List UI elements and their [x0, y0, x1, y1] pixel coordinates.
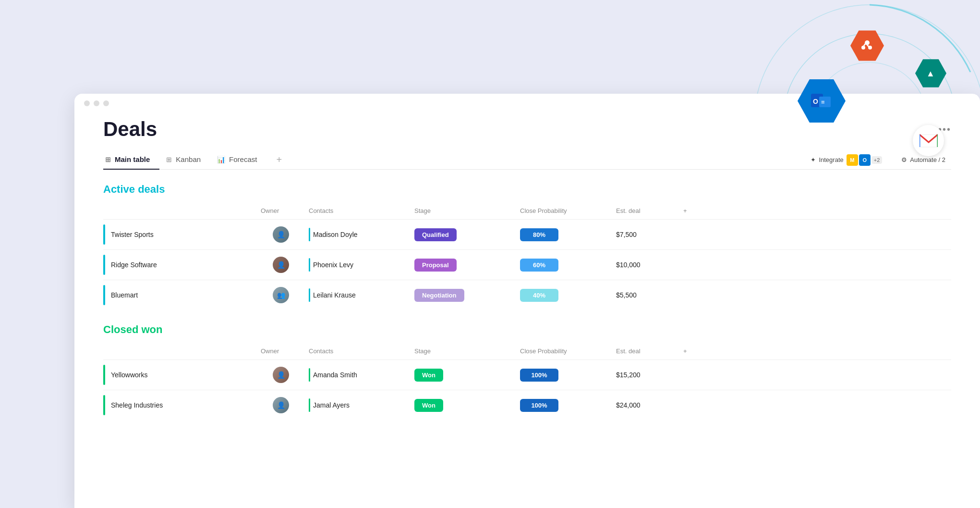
contact-name: Madison Doyle [313, 231, 358, 238]
owner-cell: 👤 [257, 252, 305, 278]
window-chrome [74, 94, 980, 113]
probability-badge: 100% [520, 369, 558, 382]
integrate-button[interactable]: ✦ Integrate M O +2 [805, 151, 888, 169]
table-row[interactable]: Bluemart 👥 Leilani Krause Negotiation 40… [103, 280, 951, 310]
contact-bar [309, 368, 310, 382]
owner-cell: 👥 [257, 282, 305, 308]
deal-col-header: Est. deal [612, 205, 679, 216]
group-bar [103, 224, 105, 245]
contact-bar [309, 288, 310, 302]
row-add-button[interactable] [679, 260, 703, 270]
tab-forecast[interactable]: 📊 Forecast [215, 150, 266, 169]
automate-icon: ⚙ [901, 156, 907, 163]
monday-badge: M [847, 154, 858, 166]
row-add-button[interactable] [679, 400, 703, 410]
stage-col-header: Stage [411, 205, 516, 216]
group-bar [103, 285, 105, 305]
stage-badge: Won [414, 369, 443, 382]
row-add-button[interactable] [679, 290, 703, 300]
company-name: Bluemart [111, 291, 138, 299]
contact-cell: Amanda Smith [305, 363, 411, 386]
row-add-button[interactable] [679, 230, 703, 239]
active-deals-header: Owner Contacts Stage Close Probability E… [103, 202, 951, 220]
stage-badge: Qualified [414, 228, 457, 241]
company-name: Yellowworks [111, 371, 148, 379]
contact-name: Amanda Smith [313, 371, 357, 379]
company-name: Ridge Software [111, 261, 157, 269]
deal-col-header2: Est. deal [612, 346, 679, 357]
closed-won-section: Closed won Owner Contacts Stage Close Pr… [103, 323, 951, 420]
table-row[interactable]: Ridge Software 👤 Phoenix Levy Proposal 6… [103, 250, 951, 280]
avatar: 👥 [273, 287, 289, 303]
table-row[interactable]: Yellowworks 👤 Amanda Smith Won 100% [103, 360, 951, 390]
closed-won-table: Owner Contacts Stage Close Probability E… [103, 343, 951, 420]
contacts-col-header2: Contacts [305, 346, 411, 357]
more-integrations-badge: +2 [871, 156, 883, 164]
tab-add-button[interactable]: + [271, 150, 287, 169]
stage-cell: Proposal [411, 254, 516, 276]
contact-name: Jamal Ayers [313, 401, 350, 409]
stage-col-header2: Stage [411, 346, 516, 357]
owner-cell: 👤 [257, 392, 305, 418]
owner-col-header: Owner [257, 205, 305, 216]
stage-badge: Proposal [414, 259, 457, 272]
avatar: 👤 [273, 226, 289, 243]
integration-badges: M O +2 [847, 154, 883, 166]
active-deals-table: Owner Contacts Stage Close Probability E… [103, 202, 951, 310]
deal-cell: $7,500 [612, 226, 679, 243]
avatar: 👤 [273, 367, 289, 383]
owner-cell: 👤 [257, 362, 305, 388]
integrate-icon: ✦ [811, 156, 816, 163]
add-col-header2: + [679, 346, 703, 357]
row-add-button[interactable] [679, 370, 703, 380]
contact-bar [309, 258, 310, 272]
deal-cell: $24,000 [612, 396, 679, 414]
closed-won-header: Owner Contacts Stage Close Probability E… [103, 343, 951, 360]
group-bar [103, 255, 105, 275]
more-options-button[interactable]: ••• [938, 124, 951, 135]
company-name: Sheleg Industries [111, 401, 163, 409]
kanban-icon: ⊞ [166, 156, 172, 163]
prob-col-header2: Close Probability [516, 346, 612, 357]
group-bar [103, 395, 105, 415]
prob-col-header: Close Probability [516, 205, 612, 216]
probability-cell: 80% [516, 223, 612, 246]
automate-button[interactable]: ⚙ Automate / 2 [895, 153, 951, 166]
company-cell: Yellowworks [103, 360, 257, 390]
stage-cell: Won [411, 364, 516, 386]
dot-red [84, 100, 90, 106]
group-bar [103, 365, 105, 385]
contact-cell: Jamal Ayers [305, 394, 411, 417]
deal-cell: $10,000 [612, 256, 679, 273]
active-deals-title: Active deals [103, 183, 951, 196]
active-deals-section: Active deals Owner Contacts Stage Close … [103, 183, 951, 310]
company-cell: Ridge Software [103, 250, 257, 280]
table-icon: ⊞ [105, 156, 111, 163]
forecast-icon: 📊 [217, 156, 225, 163]
stage-badge: Won [414, 399, 443, 412]
stage-cell: Won [411, 394, 516, 417]
avatar: 👤 [273, 257, 289, 273]
stage-cell: Negotiation [411, 284, 516, 307]
contact-cell: Madison Doyle [305, 223, 411, 246]
outlook-badge: O [859, 154, 871, 166]
probability-cell: 40% [516, 284, 612, 307]
company-cell: Sheleg Industries [103, 390, 257, 420]
probability-cell: 100% [516, 394, 612, 417]
tabs-row: ⊞ Main table ⊞ Kanban 📊 Forecast + ✦ Int… [103, 150, 951, 170]
company-name: Twister Sports [111, 231, 154, 238]
dot-yellow [94, 100, 99, 106]
table-row[interactable]: Twister Sports 👤 Madison Doyle Qualified… [103, 220, 951, 250]
table-row[interactable]: Sheleg Industries 👤 Jamal Ayers Won 100% [103, 390, 951, 420]
page-title: Deals [103, 118, 157, 141]
contact-name: Phoenix Levy [313, 261, 353, 269]
owner-cell: 👤 [257, 222, 305, 248]
tab-actions: ✦ Integrate M O +2 ⚙ Automate / 2 [805, 151, 951, 169]
owner-col-header2: Owner [257, 346, 305, 357]
probability-badge: 40% [520, 289, 558, 302]
tab-kanban[interactable]: ⊞ Kanban [164, 150, 210, 169]
deal-cell: $15,200 [612, 366, 679, 384]
contact-cell: Phoenix Levy [305, 253, 411, 276]
tab-main-table[interactable]: ⊞ Main table [103, 150, 159, 169]
closed-won-title: Closed won [103, 323, 951, 336]
